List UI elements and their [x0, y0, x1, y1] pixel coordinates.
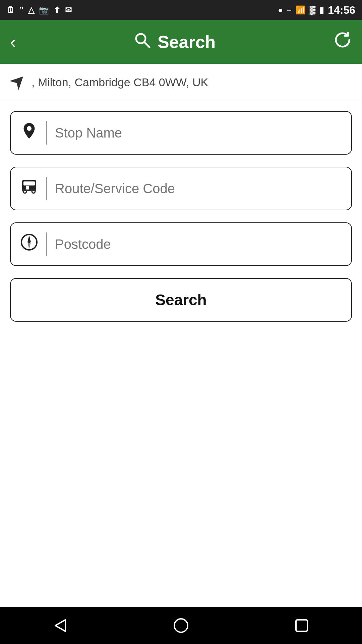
route-code-input[interactable] [55, 181, 342, 196]
location-icon: ● [278, 5, 283, 15]
svg-point-17 [174, 619, 188, 632]
status-bar-right: ● − 📶 ▓ ▮ 14:56 [278, 4, 355, 16]
svg-rect-6 [26, 186, 29, 190]
photo-icon: 📷 [39, 5, 49, 15]
svg-rect-5 [23, 181, 35, 185]
drive-icon: △ [28, 5, 34, 15]
svg-marker-2 [10, 72, 27, 90]
svg-line-1 [144, 42, 149, 47]
wifi-icon: 📶 [296, 5, 306, 15]
mail-icon: ✉ [65, 5, 72, 15]
signal-icon: ▓ [310, 5, 316, 15]
refresh-button[interactable] [333, 31, 352, 53]
location-row: , Milton, Cambridge CB4 0WW, UK [0, 64, 362, 101]
svg-point-3 [27, 126, 32, 131]
nav-recent-button[interactable] [288, 612, 315, 639]
quote-icon: ” [19, 5, 23, 15]
upload-icon: ⬆ [54, 5, 60, 15]
back-button[interactable]: ‹ [10, 33, 16, 51]
search-button-label: Search [155, 291, 206, 309]
minus-icon: − [287, 5, 292, 15]
stop-pin-icon [20, 122, 38, 144]
app-bar-title: Search [158, 32, 216, 52]
postcode-card[interactable] [10, 222, 352, 266]
location-arrow-icon [6, 70, 29, 94]
postcode-input-divider [46, 232, 47, 256]
bus-icon [20, 177, 38, 200]
search-button[interactable]: Search [10, 278, 352, 322]
svg-marker-16 [55, 620, 65, 631]
calendar-icon: 🗓 [7, 5, 15, 15]
stop-name-card[interactable] [10, 111, 352, 155]
nav-home-button[interactable] [168, 612, 194, 639]
svg-rect-18 [296, 620, 307, 631]
nav-back-button[interactable] [47, 612, 74, 639]
stop-name-input[interactable] [55, 125, 342, 141]
route-code-card[interactable] [10, 167, 352, 210]
battery-icon: ▮ [319, 5, 324, 15]
svg-marker-14 [27, 235, 31, 242]
app-bar: ‹ Search [0, 20, 362, 64]
compass-icon [20, 233, 38, 255]
stop-input-divider [46, 121, 47, 145]
bottom-nav-bar [0, 607, 362, 644]
route-input-divider [46, 177, 47, 200]
status-bar-left: 🗓 ” △ 📷 ⬆ ✉ [7, 5, 72, 15]
svg-rect-11 [22, 190, 36, 191]
postcode-input[interactable] [55, 237, 342, 252]
status-time: 14:56 [328, 4, 355, 16]
app-bar-title-area: Search [133, 31, 216, 53]
status-bar: 🗓 ” △ 📷 ⬆ ✉ ● − 📶 ▓ ▮ 14:56 [0, 0, 362, 20]
main-content: Search [0, 101, 362, 344]
app-bar-search-icon [133, 31, 151, 53]
svg-marker-15 [27, 242, 31, 249]
location-text: , Milton, Cambridge CB4 0WW, UK [32, 76, 208, 89]
